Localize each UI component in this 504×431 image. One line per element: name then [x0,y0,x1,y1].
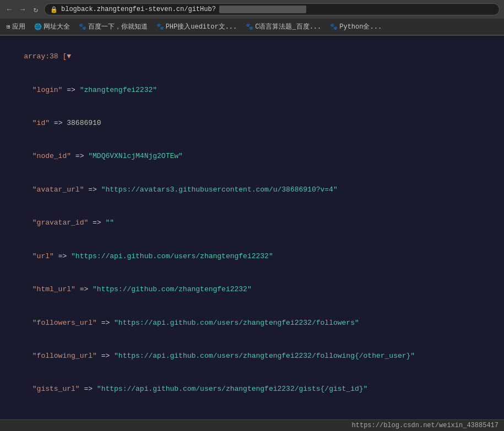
list-item: "id" => 38686910 [7,107,497,140]
bookmark-c-label: C语言算法题_百度... [255,22,321,31]
list-item: "followers_url" => "https://api.github.c… [7,306,497,339]
bookmark-url-collection[interactable]: 🌐 网址大全 [32,21,72,32]
lock-icon: 🔒 [50,6,58,13]
url-text: blogback.zhangtengfei-steven.cn/gitHub? [61,6,216,13]
back-button[interactable]: ← [4,4,14,14]
bookmark-python-label: Python全... [339,22,382,31]
list-item: "avatar_url" => "https://avatars3.github… [7,173,497,206]
code-area: array:38 [▼ "login" => "zhangtengfei2232… [0,36,504,431]
url-bar[interactable]: 🔒 blogback.zhangtengfei-steven.cn/gitHub… [44,3,500,15]
list-item: "html_url" => "https://github.com/zhangt… [7,273,497,306]
list-item: "gists_url" => "https://api.github.com/u… [7,373,497,406]
url-redacted [219,6,306,13]
bookmark-php[interactable]: 🐾 PHP接入ueditor文... [154,21,240,32]
apps-icon: ⊞ [7,23,10,30]
array-label: array:38 [▼ [24,52,71,61]
list-item: "login" => "zhangtengfei2232" [7,73,497,106]
status-url: https://blog.csdn.net/weixin_43885417 [352,422,498,429]
bookmark-apps[interactable]: ⊞ 应用 [4,21,28,32]
list-item: "node_id" => "MDQ6VXNlcjM4Njg2OTEw" [7,140,497,173]
c-icon: 🐾 [246,23,253,30]
bookmark-apps-label: 应用 [12,22,25,31]
nav-bar: ← → ↻ 🔒 blogback.zhangtengfei-steven.cn/… [0,0,504,19]
bookmark-baidu-label: 百度一下，你就知道 [88,22,148,31]
bookmark-url-label: 网址大全 [44,22,70,31]
list-item: "gravatar_id" => "" [7,206,497,239]
list-item: "url" => "https://api.github.com/users/z… [7,240,497,273]
baidu-icon: 🐾 [79,23,86,30]
bookmark-baidu[interactable]: 🐾 百度一下，你就知道 [77,21,150,32]
bookmarks-bar: ⊞ 应用 🌐 网址大全 🐾 百度一下，你就知道 🐾 PHP接入ueditor文.… [0,19,504,35]
array-header: array:38 [▼ [7,40,497,73]
forward-button[interactable]: → [18,4,28,14]
bookmark-c-algo[interactable]: 🐾 C语言算法题_百度... [243,21,323,32]
status-bar: https://blog.csdn.net/weixin_43885417 [0,419,504,431]
reload-button[interactable]: ↻ [31,4,41,14]
python-icon: 🐾 [330,23,338,30]
bookmark-python[interactable]: 🐾 Python全... [328,21,384,32]
bookmark-php-label: PHP接入ueditor文... [166,22,237,31]
list-item: "following_url" => "https://api.github.c… [7,340,497,373]
globe-icon: 🌐 [34,23,42,30]
browser-chrome: ← → ↻ 🔒 blogback.zhangtengfei-steven.cn/… [0,0,504,36]
php-icon: 🐾 [156,23,164,30]
